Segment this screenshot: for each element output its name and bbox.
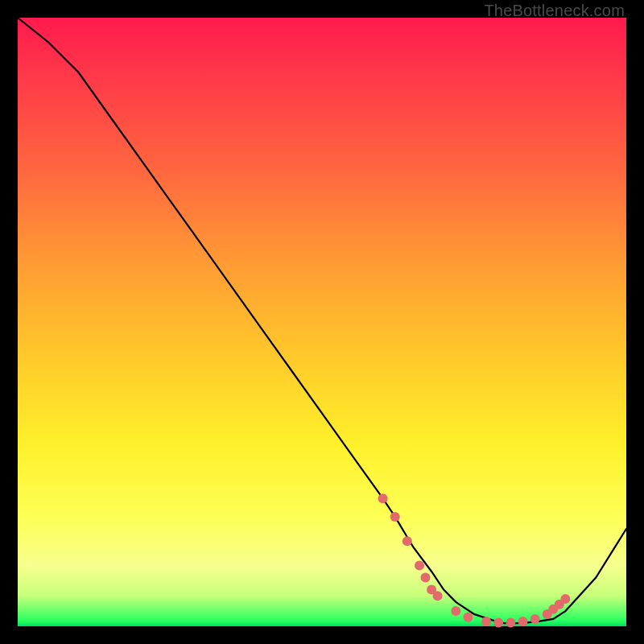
attribution-label: TheBottleneck.com [484,2,625,20]
bottleneck-curve-line [18,18,626,623]
chart-svg [18,18,626,626]
curve-marker [390,512,400,522]
curve-marker [421,573,431,583]
curve-marker [560,594,570,604]
curve-marker [463,613,473,622]
curve-marker [402,536,412,546]
curve-marker [518,617,528,626]
curve-marker [415,560,424,570]
curve-marker [530,614,540,624]
curve-marker [451,606,460,616]
curve-marker [493,618,503,628]
curve-marker [481,617,491,626]
curve-marker [378,493,388,503]
curve-marker [506,618,515,628]
curve-marker [433,591,443,601]
curve-markers [378,493,571,627]
plot-area [18,18,626,626]
chart-frame: TheBottleneck.com [0,0,644,644]
